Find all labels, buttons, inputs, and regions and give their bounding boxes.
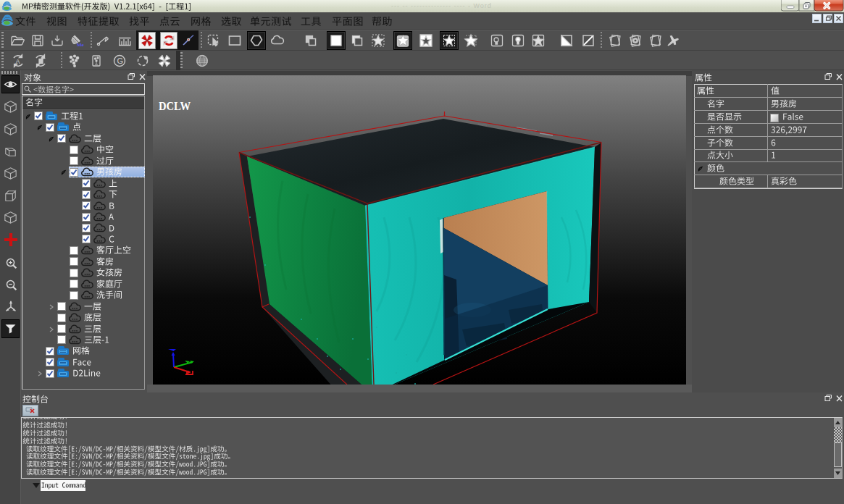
svg-text:G: G: [117, 56, 124, 65]
svg-text:Me: Me: [77, 42, 84, 48]
svg-text:A: A: [16, 58, 20, 65]
